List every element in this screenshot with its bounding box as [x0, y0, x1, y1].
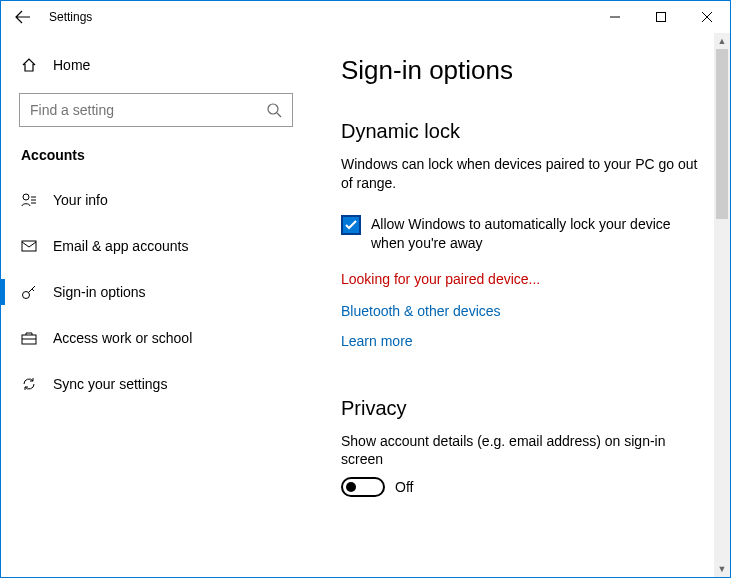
main-content: Sign-in options Dynamic lock Windows can…	[311, 33, 730, 577]
dynamic-lock-description: Windows can lock when devices paired to …	[341, 155, 700, 193]
scroll-track[interactable]	[714, 49, 730, 561]
minimize-button[interactable]	[592, 1, 638, 33]
checkbox-label: Allow Windows to automatically lock your…	[371, 215, 700, 253]
nav-item-signin[interactable]: Sign-in options	[1, 269, 311, 315]
search-input[interactable]	[30, 102, 266, 118]
learn-more-link[interactable]: Learn more	[341, 333, 700, 349]
search-icon	[266, 102, 282, 118]
checkmark-icon	[344, 218, 358, 232]
person-icon	[19, 192, 39, 208]
nav-item-work[interactable]: Access work or school	[1, 315, 311, 361]
maximize-icon	[656, 12, 666, 22]
sidebar: Home Accounts Your info Email & app acco…	[1, 33, 311, 577]
nav-item-email[interactable]: Email & app accounts	[1, 223, 311, 269]
nav-label: Sign-in options	[53, 284, 146, 300]
sync-icon	[19, 376, 39, 392]
window-title: Settings	[49, 10, 92, 24]
bluetooth-link[interactable]: Bluetooth & other devices	[341, 303, 700, 319]
dynamic-lock-checkbox-row[interactable]: Allow Windows to automatically lock your…	[341, 215, 700, 253]
nav-item-sync[interactable]: Sync your settings	[1, 361, 311, 407]
privacy-toggle[interactable]	[341, 477, 385, 497]
dynamic-lock-title: Dynamic lock	[341, 120, 700, 143]
home-label: Home	[53, 57, 90, 73]
scrollbar[interactable]: ▲ ▼	[714, 33, 730, 577]
svg-point-8	[23, 292, 30, 299]
close-icon	[702, 12, 712, 22]
svg-point-4	[268, 104, 278, 114]
section-title: Accounts	[19, 147, 293, 163]
toggle-knob	[346, 482, 356, 492]
search-box[interactable]	[19, 93, 293, 127]
svg-rect-7	[22, 241, 36, 251]
home-nav[interactable]: Home	[19, 45, 293, 85]
key-icon	[19, 284, 39, 300]
scroll-up-icon[interactable]: ▲	[714, 33, 730, 49]
checkbox[interactable]	[341, 215, 361, 235]
scroll-thumb[interactable]	[716, 49, 728, 219]
titlebar: Settings	[1, 1, 730, 33]
page-title: Sign-in options	[341, 55, 700, 86]
privacy-description: Show account details (e.g. email address…	[341, 432, 700, 470]
nav-label: Access work or school	[53, 330, 192, 346]
back-arrow-icon	[15, 9, 31, 25]
home-icon	[19, 57, 39, 73]
minimize-icon	[610, 12, 620, 22]
nav-label: Sync your settings	[53, 376, 167, 392]
nav-label: Email & app accounts	[53, 238, 188, 254]
scroll-down-icon[interactable]: ▼	[714, 561, 730, 577]
svg-point-6	[23, 194, 29, 200]
close-button[interactable]	[684, 1, 730, 33]
svg-rect-1	[657, 13, 666, 22]
back-button[interactable]	[1, 1, 45, 33]
pairing-status: Looking for your paired device...	[341, 271, 700, 287]
nav-list: Your info Email & app accounts Sign-in o…	[1, 177, 311, 407]
nav-label: Your info	[53, 192, 108, 208]
privacy-title: Privacy	[341, 397, 700, 420]
toggle-state-label: Off	[395, 479, 413, 495]
mail-icon	[19, 238, 39, 254]
maximize-button[interactable]	[638, 1, 684, 33]
nav-item-your-info[interactable]: Your info	[1, 177, 311, 223]
briefcase-icon	[19, 330, 39, 346]
svg-line-5	[277, 113, 281, 117]
